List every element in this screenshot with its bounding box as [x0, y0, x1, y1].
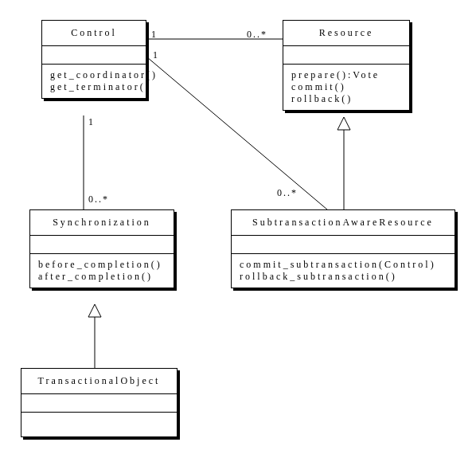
- class-attributes: [42, 46, 146, 65]
- mult-control-sync-1: 1: [88, 116, 95, 128]
- class-name: Resource: [283, 21, 409, 46]
- class-transactional-object: TransactionalObject: [21, 368, 178, 437]
- class-attributes: [30, 236, 174, 254]
- mult-control-resource-1: 1: [151, 29, 158, 41]
- class-control: Control get_coordinator() get_terminator…: [41, 20, 146, 99]
- class-methods: [21, 413, 177, 436]
- mult-control-resource-many: 0..*: [247, 29, 267, 41]
- mult-control-subres-many: 0..*: [277, 187, 298, 199]
- class-name: TransactionalObject: [21, 369, 177, 394]
- mult-control-subres-1: 1: [153, 49, 159, 61]
- method: get_coordinator(): [50, 69, 138, 81]
- class-subtransaction-aware-resource: SubtransactionAwareResource commit_subtr…: [231, 209, 455, 288]
- mult-control-sync-many: 0..*: [88, 194, 109, 205]
- class-name: SubtransactionAwareResource: [232, 210, 455, 236]
- class-methods: prepare():Vote commit() rollback(): [283, 65, 409, 110]
- method: rollback(): [291, 93, 401, 105]
- uml-diagram: 1 0..* 1 0..* 1 0..* Control get_coordin…: [0, 0, 476, 450]
- svg-marker-6: [88, 304, 101, 317]
- class-methods: commit_subtransaction(Control) rollback_…: [232, 254, 455, 288]
- class-attributes: [21, 394, 177, 413]
- class-methods: before_completion() after_completion(): [30, 254, 174, 288]
- class-name: Control: [42, 21, 146, 46]
- method: prepare():Vote: [291, 69, 401, 81]
- method: after_completion(): [38, 271, 166, 283]
- class-attributes: [232, 236, 455, 254]
- class-methods: get_coordinator() get_terminator(): [42, 65, 146, 98]
- method: commit(): [291, 81, 401, 93]
- class-attributes: [283, 46, 409, 65]
- class-synchronization: Synchronization before_completion() afte…: [29, 209, 174, 288]
- class-name: Synchronization: [30, 210, 174, 236]
- method: get_terminator(): [50, 81, 138, 93]
- svg-marker-4: [337, 117, 350, 130]
- method: rollback_subtransaction(): [240, 271, 447, 283]
- method: commit_subtransaction(Control): [240, 259, 447, 271]
- class-resource: Resource prepare():Vote commit() rollbac…: [283, 20, 410, 111]
- method: before_completion(): [38, 259, 166, 271]
